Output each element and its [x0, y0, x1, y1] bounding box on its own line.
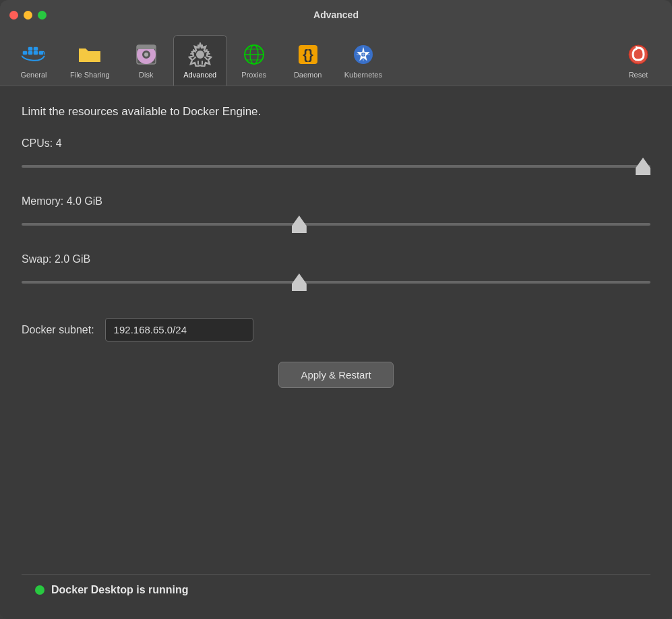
tab-disk[interactable]: Disk — [119, 36, 173, 86]
tab-reset[interactable]: Reset — [611, 36, 665, 86]
content-area: Limit the resources available to Docker … — [0, 86, 672, 619]
svg-point-9 — [144, 53, 148, 57]
svg-rect-1 — [28, 51, 32, 55]
tab-kubernetes-label: Kubernetes — [344, 71, 382, 79]
titlebar: Advanced — [0, 0, 672, 30]
tab-disk-label: Disk — [139, 71, 153, 79]
svg-rect-2 — [28, 47, 32, 51]
tab-file-sharing-label: File Sharing — [70, 71, 110, 79]
tab-daemon[interactable]: {} Daemon — [281, 36, 335, 86]
reset-icon — [625, 41, 652, 68]
cpu-label: CPUs: 4 — [22, 137, 650, 150]
svg-rect-4 — [34, 47, 38, 51]
subnet-row: Docker subnet: — [22, 318, 650, 341]
toolbar: General File Sharing Disk — [0, 30, 672, 86]
swap-slider-container — [22, 272, 650, 292]
window-title: Advanced — [313, 9, 359, 20]
proxy-icon — [241, 41, 268, 68]
svg-text:{}: {} — [303, 47, 313, 62]
svg-rect-3 — [34, 51, 38, 55]
memory-label: Memory: 4.0 GiB — [22, 195, 650, 207]
tab-reset-label: Reset — [629, 71, 648, 79]
tab-daemon-label: Daemon — [294, 71, 322, 79]
cpu-slider-group: CPUs: 4 — [22, 137, 650, 176]
tab-proxies[interactable]: Proxies — [227, 36, 281, 86]
window-controls — [9, 11, 47, 20]
tab-file-sharing[interactable]: File Sharing — [61, 36, 119, 86]
app-window: Advanced General — [0, 0, 672, 619]
minimize-button[interactable] — [24, 11, 32, 20]
status-text: Docker Desktop is running — [51, 584, 189, 596]
statusbar: Docker Desktop is running — [22, 574, 650, 606]
apply-btn-row: Apply & Restart — [22, 362, 650, 388]
status-indicator — [35, 585, 44, 595]
cpu-slider[interactable] — [22, 165, 650, 168]
tab-advanced-label: Advanced — [183, 71, 216, 79]
memory-slider-group: Memory: 4.0 GiB — [22, 195, 650, 234]
memory-slider[interactable] — [22, 223, 650, 226]
disk-icon — [133, 41, 160, 68]
close-button[interactable] — [9, 11, 18, 20]
subnet-input[interactable] — [105, 318, 253, 341]
docker-icon — [20, 41, 47, 68]
subnet-label: Docker subnet: — [22, 324, 94, 336]
gear-icon — [187, 41, 214, 68]
daemon-icon: {} — [295, 41, 322, 68]
swap-label: Swap: 2.0 GiB — [22, 253, 650, 265]
memory-slider-container — [22, 214, 650, 234]
tab-general-label: General — [20, 71, 47, 79]
section-title: Limit the resources available to Docker … — [22, 105, 650, 119]
svg-rect-0 — [23, 51, 27, 55]
swap-slider-group: Swap: 2.0 GiB — [22, 253, 650, 292]
apply-restart-button[interactable]: Apply & Restart — [278, 362, 393, 388]
folder-icon — [76, 41, 103, 68]
cpu-slider-container — [22, 156, 650, 176]
tab-advanced[interactable]: Advanced — [173, 35, 227, 86]
maximize-button[interactable] — [38, 11, 47, 20]
kubernetes-icon — [350, 41, 377, 68]
svg-rect-10 — [137, 45, 156, 49]
swap-slider[interactable] — [22, 281, 650, 284]
tab-proxies-label: Proxies — [241, 71, 266, 79]
tab-kubernetes[interactable]: Kubernetes — [335, 36, 392, 86]
tab-general[interactable]: General — [7, 36, 61, 86]
